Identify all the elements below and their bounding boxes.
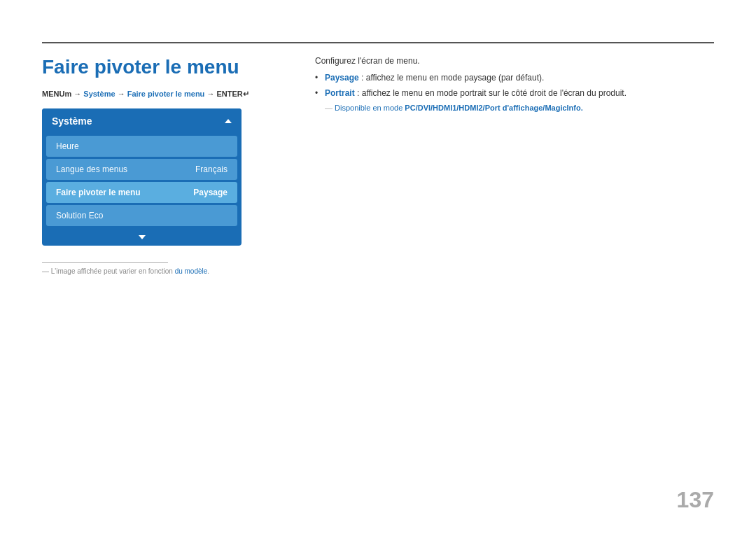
top-divider [42,42,714,43]
menu-item-heure[interactable]: Heure [46,136,237,157]
right-content: Configurez l'écran de menu. Paysage : af… [315,56,714,112]
footnote-divider [42,262,168,263]
chevron-up-icon [225,119,232,123]
page-number: 137 [677,487,714,513]
available-modes: PC/DVI/HDMI1/HDMI2/Port d'affichage/Magi… [405,104,582,112]
footnote: ― L'image affichée peut varier en foncti… [42,267,209,275]
term-paysage-desc: affichez le menu en mode paysage (par dé… [366,73,545,83]
page-title: Faire pivoter le menu [42,56,239,78]
menu-item-langue-label: Langue des menus [56,164,127,174]
bullet-list: Paysage : affichez le menu en mode paysa… [315,73,714,98]
available-note: Disponible en mode PC/DVI/HDMI1/HDMI2/Po… [315,104,714,112]
breadcrumb-arrow1: → [74,90,83,98]
term-paysage-colon: : [361,73,366,83]
breadcrumb-nav3: ENTER [216,90,242,98]
menu-item-langue[interactable]: Langue des menus Français [46,159,237,180]
menu-item-faire-pivoter-label: Faire pivoter le menu [56,188,141,197]
menu-item-faire-pivoter-value: Paysage [193,188,227,197]
breadcrumb-nav1: Système [83,90,115,98]
term-portrait-colon: : [357,88,362,98]
bullet-paysage: Paysage : affichez le menu en mode paysa… [315,73,714,83]
breadcrumb-menu-label: MENU [42,90,64,98]
menu-header: Système [42,108,241,134]
menu-item-heure-label: Heure [56,141,79,151]
config-intro-text: Configurez l'écran de menu. [315,56,714,66]
system-menu-panel: Système Heure Langue des menus Français … [42,108,241,246]
menu-item-solution-eco[interactable]: Solution Eco [46,205,237,226]
menu-item-faire-pivoter[interactable]: Faire pivoter le menu Paysage [46,182,237,203]
bullet-portrait: Portrait : affichez le menu en mode port… [315,88,714,98]
breadcrumb: MENUm → Système → Faire pivoter le menu … [42,90,249,99]
menu-item-langue-value: Français [195,164,227,174]
footnote-highlight: du modèle [175,267,208,275]
breadcrumb-enter-icon: ↵ [243,90,249,98]
breadcrumb-nav2: Faire pivoter le menu [127,90,205,98]
menu-header-label: Système [52,115,92,127]
breadcrumb-arrow3: → [206,90,216,98]
term-paysage: Paysage [325,73,359,83]
term-portrait-desc: affichez le menu en mode portrait sur le… [362,88,626,98]
term-portrait: Portrait [325,88,355,98]
menu-item-solution-eco-label: Solution Eco [56,211,103,220]
breadcrumb-arrow2: → [118,90,127,98]
breadcrumb-menu-icon: m [64,90,71,98]
chevron-down-icon [139,235,146,239]
